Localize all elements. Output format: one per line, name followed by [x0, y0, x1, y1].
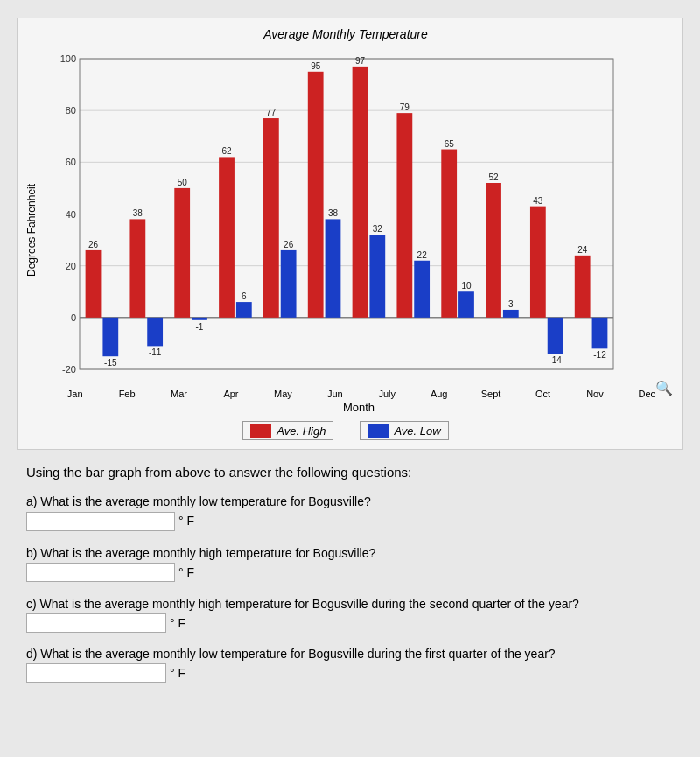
- svg-text:10: 10: [461, 281, 472, 291]
- svg-text:50: 50: [178, 178, 188, 187]
- svg-rect-22: [147, 318, 163, 347]
- svg-text:79: 79: [400, 102, 410, 112]
- svg-rect-46: [414, 261, 430, 318]
- svg-rect-54: [503, 310, 519, 318]
- svg-rect-26: [192, 318, 207, 320]
- legend-low-box: [368, 424, 388, 438]
- svg-text:-12: -12: [593, 350, 606, 360]
- intro-text: Using the bar graph from above to answer…: [26, 463, 674, 481]
- svg-text:77: 77: [266, 108, 276, 117]
- question-a-unit: ° F: [178, 511, 194, 530]
- svg-text:-14: -14: [549, 355, 562, 365]
- question-a: a) What is the average monthly low tempe…: [26, 492, 674, 531]
- svg-text:100: 100: [60, 53, 76, 64]
- svg-text:-1: -1: [196, 322, 204, 332]
- svg-text:95: 95: [311, 61, 321, 71]
- svg-text:38: 38: [133, 208, 144, 218]
- x-label-july: July: [361, 389, 413, 399]
- bar-chart-svg: -2002040608010026-1538-1150-162677269538…: [45, 46, 622, 387]
- svg-text:24: 24: [578, 245, 588, 255]
- svg-rect-60: [575, 256, 591, 318]
- y-axis-label: Degrees Fahrenheit: [18, 46, 45, 414]
- svg-text:52: 52: [488, 172, 499, 182]
- x-label-jan: Jan: [49, 389, 101, 399]
- svg-text:0: 0: [71, 312, 76, 323]
- svg-rect-52: [486, 183, 501, 318]
- legend-high-label: Ave. High: [276, 424, 326, 438]
- svg-text:40: 40: [66, 209, 76, 220]
- svg-rect-50: [458, 291, 474, 318]
- svg-text:80: 80: [66, 105, 76, 116]
- svg-text:6: 6: [242, 291, 247, 301]
- svg-text:60: 60: [66, 157, 76, 167]
- x-label-sept: Sept: [465, 389, 516, 399]
- svg-text:3: 3: [508, 299, 514, 309]
- svg-rect-36: [308, 72, 324, 318]
- question-c-input[interactable]: [26, 613, 166, 633]
- svg-rect-30: [236, 302, 252, 318]
- legend: Ave. High Ave. Low: [18, 421, 673, 440]
- questions-section: Using the bar graph from above to answer…: [18, 463, 682, 683]
- chart-container: Average Monthly Temperature Degrees Fahr…: [18, 18, 682, 450]
- legend-high-box: [250, 424, 271, 438]
- question-d-unit: ° F: [170, 666, 186, 680]
- search-icon[interactable]: 🔍: [655, 380, 673, 396]
- question-c: c) What is the average monthly high temp…: [26, 595, 674, 633]
- svg-text:32: 32: [373, 224, 383, 234]
- chart-title: Average Monthly Temperature: [18, 27, 673, 41]
- x-label-feb: Feb: [101, 389, 152, 399]
- legend-low: Ave. Low: [360, 421, 448, 440]
- svg-text:65: 65: [444, 139, 455, 149]
- svg-rect-38: [326, 219, 341, 317]
- svg-rect-48: [441, 150, 457, 318]
- svg-rect-34: [281, 250, 297, 318]
- svg-text:22: 22: [417, 250, 428, 260]
- chart-inner: -2002040608010026-1538-1150-162677269538…: [45, 46, 673, 414]
- svg-text:26: 26: [284, 240, 294, 249]
- svg-text:62: 62: [221, 146, 232, 156]
- svg-rect-16: [86, 250, 102, 318]
- question-a-input[interactable]: [26, 512, 175, 531]
- svg-rect-20: [130, 219, 145, 317]
- svg-rect-44: [396, 113, 412, 318]
- question-b-unit: ° F: [178, 563, 194, 582]
- svg-text:-15: -15: [104, 358, 117, 368]
- question-d: d) What is the average monthly low tempe…: [26, 645, 674, 683]
- x-label-nov: Nov: [569, 389, 620, 399]
- svg-rect-42: [369, 235, 385, 318]
- svg-text:97: 97: [355, 56, 366, 66]
- svg-rect-24: [174, 188, 190, 318]
- x-axis-labels: JanFebMarAprMayJunJulyAugSeptOctNovDec: [45, 389, 673, 399]
- chart-area: Degrees Fahrenheit -2002040608010026-153…: [18, 46, 673, 414]
- svg-text:20: 20: [66, 261, 76, 271]
- svg-rect-58: [548, 318, 564, 354]
- svg-rect-40: [353, 67, 368, 318]
- question-b-text: b) What is the average monthly high temp…: [26, 543, 674, 563]
- question-a-text: a) What is the average monthly low tempe…: [26, 492, 674, 511]
- question-b-answer: ° F: [26, 563, 674, 582]
- question-c-text: c) What is the average monthly high temp…: [26, 597, 579, 611]
- svg-text:-20: -20: [62, 364, 76, 375]
- svg-text:-11: -11: [149, 347, 162, 357]
- svg-text:26: 26: [88, 240, 99, 249]
- svg-rect-62: [592, 318, 608, 349]
- legend-high: Ave. High: [242, 421, 333, 440]
- x-label-oct: Oct: [517, 389, 569, 399]
- svg-rect-56: [530, 207, 546, 318]
- question-c-unit: ° F: [170, 616, 186, 630]
- svg-rect-28: [219, 157, 234, 317]
- question-d-input[interactable]: [26, 663, 166, 683]
- x-label-jun: Jun: [309, 389, 360, 399]
- x-label-aug: Aug: [413, 389, 465, 399]
- svg-rect-18: [102, 318, 118, 356]
- svg-text:38: 38: [328, 208, 339, 218]
- question-a-answer: ° F: [26, 511, 674, 530]
- svg-rect-32: [263, 118, 279, 318]
- x-label-may: May: [257, 389, 309, 399]
- question-d-text: d) What is the average monthly low tempe…: [26, 647, 556, 661]
- x-label-mar: Mar: [153, 389, 205, 399]
- x-axis-title: Month: [45, 401, 673, 414]
- question-b-input[interactable]: [26, 563, 175, 582]
- question-b: b) What is the average monthly high temp…: [26, 543, 674, 583]
- legend-low-label: Ave. Low: [394, 424, 440, 438]
